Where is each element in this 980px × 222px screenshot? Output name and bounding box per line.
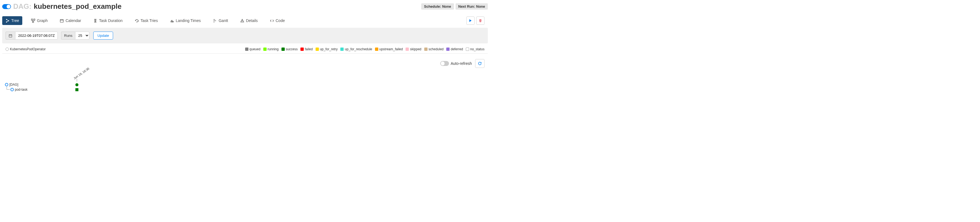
- tab-gantt[interactable]: Gantt: [210, 16, 231, 25]
- delete-dag-button[interactable]: [476, 16, 485, 25]
- tabs-row: Tree Graph Calendar Task Duration Task T…: [0, 13, 490, 25]
- tree-node-task-label: pod-task: [15, 88, 27, 92]
- tab-code[interactable]: Code: [267, 16, 288, 25]
- tab-details-label: Details: [246, 18, 258, 23]
- num-runs-select[interactable]: 25: [75, 32, 89, 40]
- tree-icon: [5, 19, 10, 23]
- tab-code-label: Code: [276, 18, 285, 23]
- hourglass-icon: [93, 19, 97, 23]
- status-color-swatch: [340, 48, 344, 51]
- status-color-swatch: [315, 48, 319, 51]
- controls-row: Auto-refresh: [0, 56, 490, 68]
- status-deferred[interactable]: deferred: [446, 47, 463, 51]
- title-group: DAG: kubernetes_pod_example: [2, 2, 122, 11]
- date-input-group: [5, 32, 58, 40]
- tab-task-tries[interactable]: Task Tries: [132, 16, 161, 25]
- status-color-swatch: [301, 48, 304, 51]
- next-run-badge[interactable]: Next Run: None: [456, 3, 488, 10]
- tab-landing-times[interactable]: Landing Times: [167, 16, 204, 25]
- svg-rect-7: [9, 34, 12, 37]
- tab-task-tries-label: Task Tries: [141, 18, 158, 23]
- operator-kpo[interactable]: KubernetesPodOperator: [5, 47, 46, 51]
- tab-task-duration[interactable]: Task Duration: [90, 16, 126, 25]
- header-badges: Schedule: None Next Run: None: [421, 3, 488, 10]
- calendar-icon: [60, 19, 64, 23]
- tab-calendar[interactable]: Calendar: [56, 16, 84, 25]
- tree-node-dag[interactable]: [DAG]: [5, 83, 18, 87]
- filter-bar: Runs 25 Update: [2, 28, 488, 43]
- tab-details[interactable]: Details: [237, 16, 261, 25]
- code-icon: [270, 19, 274, 23]
- svg-rect-3: [31, 19, 33, 20]
- tab-tree-label: Tree: [11, 18, 19, 23]
- operator-kpo-label: KubernetesPodOperator: [10, 47, 46, 51]
- retry-icon: [135, 19, 139, 23]
- tab-graph[interactable]: Graph: [28, 16, 51, 25]
- tab-task-duration-label: Task Duration: [99, 18, 123, 23]
- trigger-dag-button[interactable]: [466, 16, 475, 25]
- status-color-swatch: [424, 48, 428, 51]
- schedule-badge[interactable]: Schedule: None: [421, 3, 454, 10]
- tree-connector-v: [6, 87, 7, 89]
- tab-graph-label: Graph: [37, 18, 48, 23]
- status-color-swatch: [375, 48, 378, 51]
- tab-gantt-label: Gantt: [219, 18, 228, 23]
- status-up-for-retry[interactable]: up_for_retry: [315, 47, 338, 51]
- tree-view: Jun 19, 16:36 [DAG] pod-task: [4, 70, 490, 97]
- status-color-swatch: [263, 48, 267, 51]
- action-buttons: [466, 16, 485, 25]
- dag-run-indicator[interactable]: [75, 83, 78, 86]
- legend-row: KubernetesPodOperator queued running suc…: [2, 45, 488, 54]
- status-running[interactable]: running: [263, 47, 279, 51]
- tree-node-circle-icon: [10, 88, 14, 91]
- runs-label: Runs: [61, 32, 75, 40]
- tree-connector-h: [6, 89, 10, 90]
- status-color-swatch: [245, 48, 248, 51]
- svg-rect-4: [34, 19, 35, 20]
- operator-circle-icon: [5, 48, 9, 51]
- status-legend: queued running success failed up_for_ret…: [245, 47, 485, 51]
- status-skipped[interactable]: skipped: [406, 47, 421, 51]
- trash-icon: [479, 19, 482, 22]
- calendar-icon: [8, 34, 13, 38]
- status-color-swatch: [282, 48, 285, 51]
- status-up-for-reschedule[interactable]: up_for_reschedule: [340, 47, 372, 51]
- dag-label-prefix: DAG:: [13, 2, 31, 11]
- status-color-swatch: [446, 48, 450, 51]
- auto-refresh-group: Auto-refresh: [440, 61, 472, 66]
- tree-node-task[interactable]: pod-task: [10, 88, 27, 92]
- date-icon-box: [5, 32, 15, 40]
- status-failed[interactable]: failed: [301, 47, 313, 51]
- status-scheduled[interactable]: scheduled: [424, 47, 444, 51]
- auto-refresh-label: Auto-refresh: [451, 61, 472, 66]
- dag-name: kubernetes_pod_example: [33, 2, 121, 11]
- tab-calendar-label: Calendar: [65, 18, 81, 23]
- status-color-swatch: [466, 48, 469, 51]
- auto-refresh-toggle[interactable]: [440, 61, 449, 66]
- run-timestamp-label: Jun 19, 16:36: [73, 67, 90, 80]
- status-upstream-failed[interactable]: upstream_failed: [375, 47, 403, 51]
- status-success[interactable]: success: [282, 47, 298, 51]
- play-icon: [469, 19, 472, 22]
- refresh-button[interactable]: [475, 59, 485, 68]
- task-instance-indicator[interactable]: [75, 88, 78, 91]
- tabs: Tree Graph Calendar Task Duration Task T…: [2, 16, 288, 25]
- status-no-status[interactable]: no_status: [466, 47, 485, 51]
- svg-rect-6: [60, 19, 63, 22]
- status-color-swatch: [406, 48, 409, 51]
- header-row: DAG: kubernetes_pod_example Schedule: No…: [0, 0, 490, 11]
- refresh-icon: [477, 61, 482, 66]
- base-date-input[interactable]: [15, 32, 58, 40]
- gantt-icon: [213, 19, 217, 23]
- details-icon: [240, 19, 244, 23]
- landing-icon: [170, 19, 174, 23]
- update-button[interactable]: Update: [93, 32, 113, 40]
- tab-landing-times-label: Landing Times: [176, 18, 201, 23]
- dag-pause-toggle[interactable]: [2, 4, 11, 9]
- tree-node-dag-label: [DAG]: [10, 83, 18, 87]
- tab-tree[interactable]: Tree: [2, 16, 22, 25]
- graph-icon: [31, 19, 35, 23]
- status-queued[interactable]: queued: [245, 47, 261, 51]
- tree-node-circle-icon: [5, 83, 8, 86]
- svg-rect-5: [32, 21, 34, 22]
